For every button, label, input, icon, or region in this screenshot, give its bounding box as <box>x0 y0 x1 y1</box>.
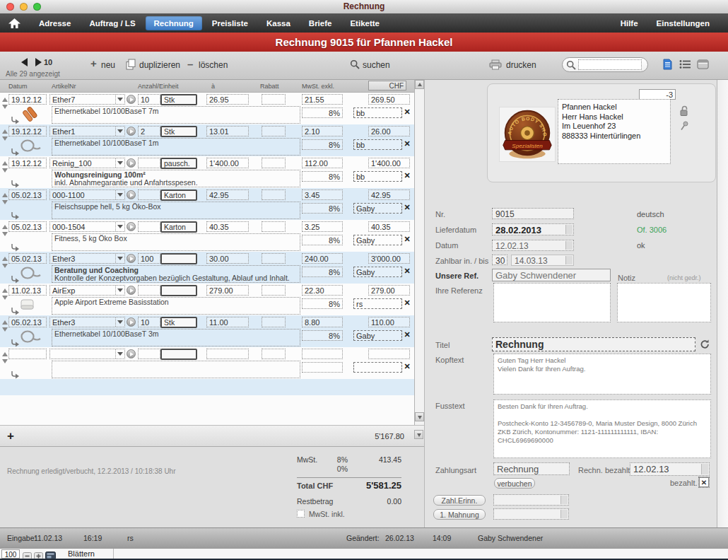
zahl-erinn-button[interactable]: Zahl.Erinn. <box>433 495 486 506</box>
initials-field[interactable]: Gaby <box>353 235 402 245</box>
vat-percent-field[interactable]: 8% <box>302 298 343 309</box>
home-icon[interactable] <box>8 18 20 28</box>
zoom-level-field[interactable]: 100 <box>1 549 20 559</box>
lieferdatum-field[interactable]: 28.02.2013 <box>492 223 574 235</box>
play-button[interactable] <box>127 317 136 327</box>
vat-amount-field[interactable] <box>302 349 343 359</box>
play-button[interactable] <box>127 222 136 231</box>
quantity-field[interactable] <box>138 221 160 232</box>
description-field[interactable]: Ethernetkabel 10/100BaseT 7m <box>52 106 300 124</box>
row-up-icon[interactable] <box>2 225 8 229</box>
quick-search-field[interactable] <box>562 57 648 72</box>
price-field[interactable]: 26.95 <box>206 94 249 105</box>
description-field[interactable]: Ethernetkabel 10/100BaseT 1m <box>52 138 300 156</box>
initials-field[interactable]: bb <box>353 107 402 118</box>
nav-tab-adresse[interactable]: Adresse <box>30 16 79 30</box>
zoom-window-icon[interactable] <box>33 3 41 11</box>
vat-percent-field[interactable] <box>302 362 343 373</box>
vat-percent-field[interactable]: 8% <box>302 235 343 245</box>
total-field[interactable]: 110.00 <box>368 317 410 327</box>
vat-amount-field[interactable]: 8.80 <box>302 317 343 327</box>
undo-icon[interactable] <box>700 339 710 352</box>
add-line-button[interactable]: + <box>7 429 14 443</box>
view-form-button[interactable] <box>659 57 675 71</box>
total-field[interactable]: 26.00 <box>368 126 410 136</box>
bezahlt-checkbox[interactable]: ✕ <box>699 477 709 487</box>
price-field[interactable]: 40.35 <box>206 221 249 232</box>
price-field[interactable]: 1'400.00 <box>206 158 249 168</box>
previous-record-button[interactable] <box>21 58 28 69</box>
quick-search-input[interactable] <box>578 59 642 70</box>
date-field[interactable]: 19.12.12 <box>8 94 47 105</box>
scroll-up-icon[interactable] <box>415 80 424 89</box>
table-scrollbar[interactable] <box>414 80 424 447</box>
fusstext-field[interactable]: Besten Dank für Ihren Auftrag. Postcheck… <box>493 399 711 458</box>
mahnung-button[interactable]: 1. Mahnung <box>433 509 486 520</box>
date-field[interactable]: 05.02.13 <box>8 253 47 264</box>
row-up-icon[interactable] <box>2 288 8 293</box>
header-chf-button[interactable]: CHF <box>368 81 406 91</box>
blaettern-button[interactable]: Blättern <box>68 549 95 558</box>
quantity-field[interactable]: 10 <box>138 94 160 105</box>
vat-amount-field[interactable]: 3.45 <box>302 189 343 200</box>
delete-row-button[interactable]: ✕ <box>403 203 411 211</box>
nav-tab-etikette[interactable]: Etikette <box>341 16 388 30</box>
vat-percent-field[interactable]: 8% <box>302 139 343 150</box>
vat-amount-field[interactable]: 240.00 <box>302 253 343 264</box>
rechn-bezahlt-field[interactable]: 12.02.13 <box>630 462 710 476</box>
row-down-icon[interactable] <box>2 168 8 173</box>
view-list-button[interactable] <box>677 57 693 71</box>
nav-tab-briefe[interactable]: Briefe <box>300 16 341 30</box>
scroll-down-icon[interactable] <box>414 430 423 439</box>
initials-field[interactable]: Gaby <box>353 330 402 341</box>
vat-amount-field[interactable]: 112.00 <box>302 158 343 168</box>
quantity-field[interactable]: 2 <box>138 126 160 136</box>
discount-field[interactable] <box>262 189 286 200</box>
row-down-icon[interactable] <box>2 105 8 109</box>
zahlungsart-field[interactable]: Rechnung <box>493 462 570 475</box>
total-field[interactable]: 279.00 <box>368 285 410 296</box>
play-button[interactable] <box>127 286 136 295</box>
initials-field[interactable]: rs <box>353 298 402 309</box>
discount-field[interactable] <box>262 158 286 168</box>
artikelnr-dropdown[interactable]: 000-1100 <box>49 189 125 200</box>
duplicate-record-button[interactable]: duplizieren <box>139 60 180 70</box>
customer-address-field[interactable]: Pfannen HackelHerr Hans HackelIm Leuenho… <box>558 99 671 164</box>
row-down-icon[interactable] <box>2 296 8 300</box>
date-field[interactable]: 11.02.13 <box>8 285 47 296</box>
total-field[interactable]: 42.95 <box>368 189 410 200</box>
play-button[interactable] <box>127 190 136 199</box>
row-down-icon[interactable] <box>2 327 8 332</box>
row-up-icon[interactable] <box>2 161 8 165</box>
row-up-icon[interactable] <box>2 129 8 134</box>
unit-button[interactable] <box>160 349 197 360</box>
search-button[interactable]: suchen <box>363 60 390 70</box>
price-field[interactable]: 13.01 <box>206 126 249 136</box>
vat-percent-field[interactable]: 8% <box>302 267 343 277</box>
mahnung-field[interactable] <box>493 508 569 520</box>
vat-amount-field[interactable]: 2.10 <box>302 126 343 136</box>
discount-field[interactable] <box>262 94 286 105</box>
row-down-icon[interactable] <box>2 200 8 204</box>
row-up-icon[interactable] <box>2 352 8 356</box>
artikelnr-dropdown[interactable]: Ether7 <box>49 94 125 105</box>
vat-amount-field[interactable]: 22.30 <box>302 285 343 296</box>
view-table-button[interactable] <box>695 57 710 71</box>
unit-button[interactable]: Karton <box>160 189 197 201</box>
current-record-number[interactable]: 10 <box>44 58 52 66</box>
next-record-button[interactable] <box>32 58 42 69</box>
row-up-icon[interactable] <box>2 193 8 197</box>
new-record-button[interactable]: neu <box>101 60 115 70</box>
initials-field[interactable]: Gaby <box>353 203 402 214</box>
delete-row-button[interactable]: ✕ <box>403 298 411 307</box>
play-button[interactable] <box>127 127 136 136</box>
delete-row-button[interactable]: ✕ <box>403 107 411 116</box>
description-field[interactable]: Fitness, 5 kg Öko Box <box>52 233 300 251</box>
initials-field[interactable]: Gaby <box>353 267 402 277</box>
quantity-field[interactable]: 100 <box>138 253 160 264</box>
unit-button[interactable]: Stk <box>160 317 197 328</box>
nav-tab-preisliste[interactable]: Preisliste <box>204 16 257 30</box>
description-field[interactable] <box>52 361 300 378</box>
zahlbar-bis-field[interactable]: 14.03.13 <box>511 255 574 266</box>
discount-field[interactable] <box>262 221 286 232</box>
